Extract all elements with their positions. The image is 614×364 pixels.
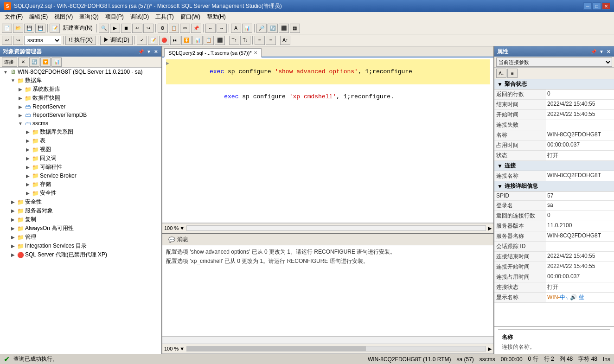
database-selector[interactable]: sscms bbox=[24, 36, 61, 45]
oe-pin-btn[interactable]: 📌 bbox=[137, 49, 145, 54]
menu-tools[interactable]: 工具(T) bbox=[153, 12, 176, 22]
prop-section-connection[interactable]: ▼ 连接 bbox=[494, 161, 614, 171]
syn-expand[interactable]: ▶ bbox=[24, 155, 32, 162]
stor-expand[interactable]: ▶ bbox=[24, 181, 32, 188]
prop-section-aggregate[interactable]: ▼ 聚合状态 bbox=[494, 79, 614, 89]
tree-sscms[interactable]: ▼ 🗃 sscms bbox=[0, 119, 161, 128]
tb-btn14[interactable]: A bbox=[231, 24, 241, 33]
server-expand[interactable]: ▼ bbox=[2, 68, 9, 76]
oe-dropdown-btn[interactable]: ▼ bbox=[146, 49, 152, 54]
toolbar2-btn1[interactable]: ↩ bbox=[2, 36, 12, 45]
tree-storage[interactable]: ▶ 📁 存储 bbox=[0, 180, 161, 189]
menu-window[interactable]: 窗口(W) bbox=[178, 12, 203, 22]
maximize-button[interactable]: □ bbox=[593, 2, 601, 10]
new-query-btn2[interactable]: 📝 bbox=[50, 24, 60, 33]
so-expand[interactable]: ▶ bbox=[9, 207, 17, 215]
menu-project[interactable]: 项目(P) bbox=[102, 12, 127, 22]
tree-service-broker[interactable]: ▶ 📁 Service Broker bbox=[0, 172, 161, 180]
sysdb-expand[interactable]: ▶ bbox=[17, 86, 24, 93]
sql-editor[interactable]: ► exec sp_configure 'show advanced optio… bbox=[162, 57, 493, 223]
tb2-btn7[interactable]: 📋 bbox=[204, 36, 214, 45]
menu-debug[interactable]: 调试(D) bbox=[128, 12, 152, 22]
tree-sys-db[interactable]: ▶ 📁 系统数据库 bbox=[0, 85, 161, 94]
menu-edit[interactable]: 编辑(E) bbox=[26, 12, 51, 22]
results-tab-messages[interactable]: 💬 消息 bbox=[164, 234, 192, 245]
tb2-btn6[interactable]: 📊 bbox=[192, 36, 203, 45]
tb-btn16[interactable]: 🔎 bbox=[256, 24, 267, 33]
toolbar2-btn2[interactable]: ↪ bbox=[13, 36, 23, 45]
tb2-btn2[interactable]: 📝 bbox=[148, 36, 158, 45]
rstmp-expand[interactable]: ▶ bbox=[17, 111, 24, 119]
tb2-btn3[interactable]: 🔴 bbox=[159, 36, 169, 45]
tree-databases[interactable]: ▼ 📁 数据库 bbox=[0, 76, 161, 85]
tree-snapshots[interactable]: ▶ 📁 数据库快照 bbox=[0, 94, 161, 102]
prop-pin-btn[interactable]: 📌 bbox=[590, 49, 597, 54]
oe-connect-btn[interactable]: 连接· bbox=[2, 57, 17, 67]
db-expand[interactable]: ▼ bbox=[9, 77, 17, 84]
menu-file[interactable]: 文件(F) bbox=[2, 12, 26, 22]
new-query-label[interactable]: 新建查询(N) bbox=[61, 24, 95, 32]
query-tab[interactable]: SQLQuery2.sql -...T.sscms (sa (57))* ✕ bbox=[164, 48, 262, 57]
tb-btn11[interactable]: 📌 bbox=[191, 24, 201, 33]
tree-security-top[interactable]: ▶ 📁 安全性 bbox=[0, 198, 161, 206]
tables-expand[interactable]: ▶ bbox=[24, 137, 32, 145]
results-scrollbar[interactable] bbox=[162, 336, 493, 344]
sec2-expand[interactable]: ▶ bbox=[9, 198, 17, 206]
menu-help[interactable]: 帮助(H) bbox=[204, 12, 229, 22]
tb-btn9[interactable]: 📋 bbox=[169, 24, 179, 33]
tb2-btn5[interactable]: ⏬ bbox=[181, 36, 192, 45]
oe-report-btn[interactable]: 📊 bbox=[51, 57, 62, 67]
rs-expand[interactable]: ▶ bbox=[17, 103, 24, 110]
results-scroll-right[interactable]: ▶ bbox=[488, 346, 492, 352]
tb-btn12[interactable]: ← bbox=[205, 24, 216, 33]
tb-btn8[interactable]: ⚙ bbox=[158, 24, 168, 33]
prog-expand[interactable]: ▶ bbox=[24, 164, 32, 171]
prop-sort-cat[interactable]: ≡ bbox=[507, 69, 518, 78]
rep-expand[interactable]: ▶ bbox=[9, 216, 17, 224]
tb2-btn13[interactable]: A↑ bbox=[280, 36, 290, 45]
results-zoom-dropdown[interactable]: ▼ bbox=[179, 346, 185, 351]
is-expand[interactable]: ▶ bbox=[9, 243, 17, 250]
close-button[interactable]: ✕ bbox=[602, 2, 610, 10]
prop-sort-az[interactable]: A↓ bbox=[496, 69, 506, 78]
tree-programmability[interactable]: ▶ 📁 可编程性 bbox=[0, 163, 161, 172]
agent-expand[interactable]: ▶ bbox=[9, 251, 17, 259]
tb-btn3[interactable]: 🔍 bbox=[99, 24, 109, 33]
tb2-btn11[interactable]: ≡ bbox=[255, 36, 265, 45]
tb-btn4[interactable]: ▶ bbox=[110, 24, 120, 33]
tb-btn18[interactable]: ⬛ bbox=[279, 24, 289, 33]
sec-expand[interactable]: ▶ bbox=[24, 190, 32, 197]
tree-sql-agent[interactable]: ▶ 🔴 SQL Server 代理(已禁用代理 XP) bbox=[0, 250, 161, 259]
snap-expand[interactable]: ▶ bbox=[17, 95, 24, 102]
tree-server-objects[interactable]: ▶ 📁 服务器对象 bbox=[0, 206, 161, 215]
tree-integration[interactable]: ▶ 📁 Integration Services 目录 bbox=[0, 242, 161, 250]
tb2-btn12[interactable]: ≡ bbox=[266, 36, 276, 45]
tree-replication[interactable]: ▶ 📁 复制 bbox=[0, 215, 161, 224]
debug-button[interactable]: ▶ 调试(D) bbox=[100, 36, 133, 45]
sb-expand[interactable]: ▶ bbox=[24, 172, 32, 179]
tab-close-btn[interactable]: ✕ bbox=[254, 50, 257, 55]
oe-filter-btn[interactable]: 🔽 bbox=[40, 57, 51, 67]
tb-btn7[interactable]: ↪ bbox=[143, 24, 154, 33]
mgmt-expand[interactable]: ▶ bbox=[9, 234, 17, 241]
tb-btn5[interactable]: ⏹ bbox=[121, 24, 131, 33]
oe-refresh-btn[interactable]: 🔄 bbox=[29, 57, 39, 67]
oe-disconnect-btn[interactable]: ✕ bbox=[18, 57, 28, 67]
tree-alwayson[interactable]: ▶ 📁 AlwaysOn 高可用性 bbox=[0, 224, 161, 233]
tree-views[interactable]: ▶ 📁 视图 bbox=[0, 145, 161, 154]
save-all-btn[interactable]: 💾 bbox=[35, 24, 45, 33]
menu-view[interactable]: 视图(V) bbox=[51, 12, 76, 22]
ao-expand[interactable]: ▶ bbox=[9, 225, 17, 232]
parse-btn[interactable]: ✓ bbox=[137, 36, 147, 45]
views-expand[interactable]: ▶ bbox=[24, 146, 32, 153]
save-btn[interactable]: 💾 bbox=[24, 24, 34, 33]
sscms-expand[interactable]: ▼ bbox=[17, 120, 24, 127]
tb-btn13[interactable]: → bbox=[217, 24, 227, 33]
minimize-button[interactable]: ─ bbox=[583, 2, 592, 10]
tb2-btn8[interactable]: ⬛ bbox=[215, 36, 225, 45]
oe-tree[interactable]: ▼ 🖥 WIN-8CQ2FDOHG8T (SQL Server 11.0.210… bbox=[0, 68, 161, 354]
prop-dropdown[interactable]: 当前连接参数 bbox=[496, 57, 612, 67]
oe-close-btn[interactable]: ✕ bbox=[153, 49, 159, 54]
tb-btn17[interactable]: 🔄 bbox=[268, 24, 278, 33]
prop-close-btn[interactable]: ✕ bbox=[606, 49, 611, 54]
